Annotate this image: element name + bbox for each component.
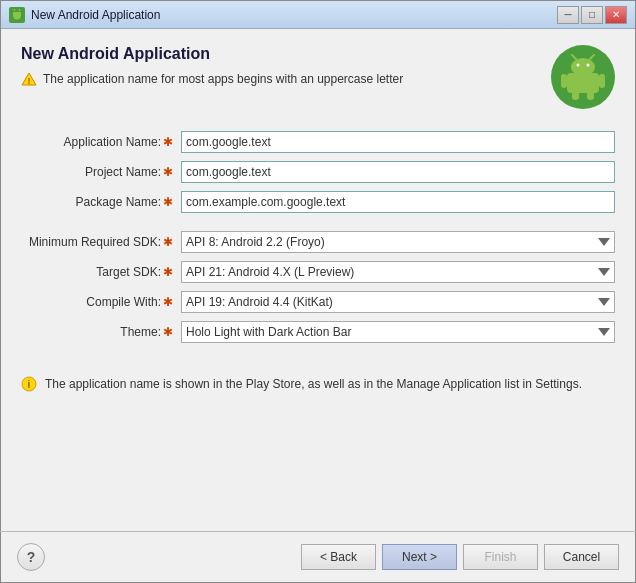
compile-with-select[interactable]: API 19: Android 4.4 (KitKat) — [181, 291, 615, 313]
app-name-row: Application Name:✱ — [21, 131, 615, 153]
svg-line-11 — [590, 55, 594, 59]
warning-message: The application name for most apps begin… — [43, 72, 403, 86]
theme-label: Theme:✱ — [21, 325, 181, 339]
target-sdk-select[interactable]: API 21: Android 4.X (L Preview) — [181, 261, 615, 283]
warning-row: ! The application name for most apps beg… — [21, 71, 541, 87]
minimize-button[interactable]: ─ — [557, 6, 579, 24]
dialog-content: New Android Application ! The applicatio… — [1, 29, 635, 531]
compile-with-label: Compile With:✱ — [21, 295, 181, 309]
app-name-input[interactable] — [181, 131, 615, 153]
finish-button[interactable]: Finish — [463, 544, 538, 570]
min-sdk-label: Minimum Required SDK:✱ — [21, 235, 181, 249]
application-form: Application Name:✱ Project Name:✱ Packag… — [21, 131, 615, 351]
svg-rect-14 — [572, 91, 579, 100]
info-section: i The application name is shown in the P… — [21, 367, 615, 401]
main-window: New Android Application ─ □ ✕ New Androi… — [0, 0, 636, 583]
next-button[interactable]: Next > — [382, 544, 457, 570]
info-message: The application name is shown in the Pla… — [45, 375, 582, 393]
svg-line-10 — [572, 55, 576, 59]
svg-point-7 — [571, 58, 595, 76]
info-icon: i — [21, 376, 37, 392]
project-name-row: Project Name:✱ — [21, 161, 615, 183]
title-bar: New Android Application ─ □ ✕ — [1, 1, 635, 29]
svg-rect-15 — [587, 91, 594, 100]
window-title: New Android Application — [31, 8, 557, 22]
theme-row: Theme:✱ Holo Light with Dark Action Bar — [21, 321, 615, 343]
svg-text:i: i — [28, 379, 31, 390]
package-name-label: Package Name:✱ — [21, 195, 181, 209]
app-name-label: Application Name:✱ — [21, 135, 181, 149]
package-name-row: Package Name:✱ — [21, 191, 615, 213]
target-sdk-row: Target SDK:✱ API 21: Android 4.X (L Prev… — [21, 261, 615, 283]
svg-line-2 — [14, 9, 15, 11]
min-sdk-row: Minimum Required SDK:✱ API 8: Android 2.… — [21, 231, 615, 253]
android-logo — [551, 45, 615, 109]
compile-with-row: Compile With:✱ API 19: Android 4.4 (KitK… — [21, 291, 615, 313]
target-sdk-label: Target SDK:✱ — [21, 265, 181, 279]
cancel-button[interactable]: Cancel — [544, 544, 619, 570]
maximize-button[interactable]: □ — [581, 6, 603, 24]
help-button[interactable]: ? — [17, 543, 45, 571]
svg-point-8 — [577, 64, 580, 67]
svg-point-9 — [587, 64, 590, 67]
window-icon — [9, 7, 25, 23]
button-bar: ? < Back Next > Finish Cancel — [1, 532, 635, 582]
page-header: New Android Application ! The applicatio… — [21, 45, 615, 109]
svg-rect-12 — [561, 74, 567, 88]
svg-line-3 — [19, 9, 20, 11]
min-sdk-select[interactable]: API 8: Android 2.2 (Froyo) — [181, 231, 615, 253]
close-button[interactable]: ✕ — [605, 6, 627, 24]
window-controls: ─ □ ✕ — [557, 6, 627, 24]
package-name-input[interactable] — [181, 191, 615, 213]
svg-text:!: ! — [28, 76, 31, 86]
page-title: New Android Application — [21, 45, 541, 63]
back-button[interactable]: < Back — [301, 544, 376, 570]
project-name-input[interactable] — [181, 161, 615, 183]
svg-rect-13 — [599, 74, 605, 88]
theme-select[interactable]: Holo Light with Dark Action Bar — [181, 321, 615, 343]
svg-rect-1 — [13, 12, 21, 17]
project-name-label: Project Name:✱ — [21, 165, 181, 179]
header-left: New Android Application ! The applicatio… — [21, 45, 541, 87]
warning-icon: ! — [21, 71, 37, 87]
